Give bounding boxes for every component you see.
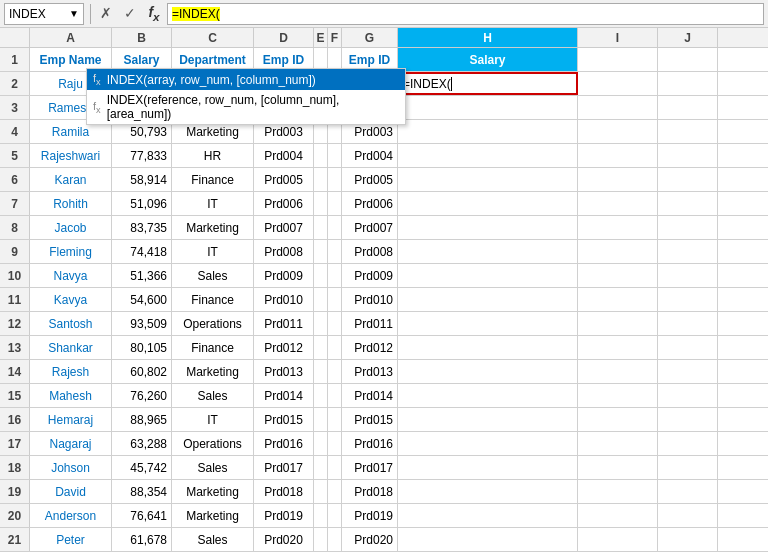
cell-B5[interactable]: 77,833 bbox=[112, 144, 172, 167]
cell-B13[interactable]: 80,105 bbox=[112, 336, 172, 359]
cell-C11[interactable]: Finance bbox=[172, 288, 254, 311]
cancel-icon[interactable]: ✗ bbox=[97, 5, 115, 21]
cell-G7[interactable]: Prd006 bbox=[342, 192, 398, 215]
cell-C6[interactable]: Finance bbox=[172, 168, 254, 191]
cell-B6[interactable]: 58,914 bbox=[112, 168, 172, 191]
cell-C7[interactable]: IT bbox=[172, 192, 254, 215]
cell-D16[interactable]: Prd015 bbox=[254, 408, 314, 431]
name-box-dropdown-icon[interactable]: ▼ bbox=[69, 8, 79, 19]
cell-A21[interactable]: Peter bbox=[30, 528, 112, 551]
cell-B17[interactable]: 63,288 bbox=[112, 432, 172, 455]
cell-B21[interactable]: 61,678 bbox=[112, 528, 172, 551]
cell-G15[interactable]: Prd014 bbox=[342, 384, 398, 407]
cell-C9[interactable]: IT bbox=[172, 240, 254, 263]
col-header-B[interactable]: B bbox=[112, 28, 172, 47]
cell-C21[interactable]: Sales bbox=[172, 528, 254, 551]
cell-D10[interactable]: Prd009 bbox=[254, 264, 314, 287]
cell-G5[interactable]: Prd004 bbox=[342, 144, 398, 167]
cell-G19[interactable]: Prd018 bbox=[342, 480, 398, 503]
formula-input[interactable]: =INDEX( bbox=[167, 3, 764, 25]
autocomplete-item-2[interactable]: fx INDEX(reference, row_num, [column_num… bbox=[87, 90, 405, 124]
cell-A16[interactable]: Hemaraj bbox=[30, 408, 112, 431]
cell-C12[interactable]: Operations bbox=[172, 312, 254, 335]
cell-H2[interactable]: =INDEX( bbox=[398, 72, 578, 95]
col-header-H[interactable]: H bbox=[398, 28, 578, 47]
cell-H7[interactable] bbox=[398, 192, 578, 215]
cell-H13[interactable] bbox=[398, 336, 578, 359]
cell-G18[interactable]: Prd017 bbox=[342, 456, 398, 479]
cell-C20[interactable]: Marketing bbox=[172, 504, 254, 527]
cell-A10[interactable]: Navya bbox=[30, 264, 112, 287]
cell-B15[interactable]: 76,260 bbox=[112, 384, 172, 407]
cell-A7[interactable]: Rohith bbox=[30, 192, 112, 215]
cell-A20[interactable]: Anderson bbox=[30, 504, 112, 527]
cell-B11[interactable]: 54,600 bbox=[112, 288, 172, 311]
cell-C18[interactable]: Sales bbox=[172, 456, 254, 479]
cell-B19[interactable]: 88,354 bbox=[112, 480, 172, 503]
col-header-C[interactable]: C bbox=[172, 28, 254, 47]
cell-A18[interactable]: Johson bbox=[30, 456, 112, 479]
cell-H16[interactable] bbox=[398, 408, 578, 431]
cell-B16[interactable]: 88,965 bbox=[112, 408, 172, 431]
col-header-G[interactable]: G bbox=[342, 28, 398, 47]
cell-B8[interactable]: 83,735 bbox=[112, 216, 172, 239]
cell-D17[interactable]: Prd016 bbox=[254, 432, 314, 455]
cell-G16[interactable]: Prd015 bbox=[342, 408, 398, 431]
cell-H17[interactable] bbox=[398, 432, 578, 455]
cell-G12[interactable]: Prd011 bbox=[342, 312, 398, 335]
cell-H12[interactable] bbox=[398, 312, 578, 335]
autocomplete-dropdown[interactable]: fx INDEX(array, row_num, [column_num]) f… bbox=[86, 68, 406, 125]
cell-A17[interactable]: Nagaraj bbox=[30, 432, 112, 455]
cell-B9[interactable]: 74,418 bbox=[112, 240, 172, 263]
cell-D11[interactable]: Prd010 bbox=[254, 288, 314, 311]
cell-G11[interactable]: Prd010 bbox=[342, 288, 398, 311]
cell-G13[interactable]: Prd012 bbox=[342, 336, 398, 359]
col-header-A[interactable]: A bbox=[30, 28, 112, 47]
cell-H11[interactable] bbox=[398, 288, 578, 311]
col-header-F[interactable]: F bbox=[328, 28, 342, 47]
cell-D13[interactable]: Prd012 bbox=[254, 336, 314, 359]
cell-A12[interactable]: Santosh bbox=[30, 312, 112, 335]
cell-H18[interactable] bbox=[398, 456, 578, 479]
cell-C5[interactable]: HR bbox=[172, 144, 254, 167]
cell-H1[interactable]: Salary bbox=[398, 48, 578, 71]
cell-C10[interactable]: Sales bbox=[172, 264, 254, 287]
cell-H20[interactable] bbox=[398, 504, 578, 527]
col-header-I[interactable]: I bbox=[578, 28, 658, 47]
cell-G21[interactable]: Prd020 bbox=[342, 528, 398, 551]
cell-G6[interactable]: Prd005 bbox=[342, 168, 398, 191]
cell-H8[interactable] bbox=[398, 216, 578, 239]
autocomplete-item-1[interactable]: fx INDEX(array, row_num, [column_num]) bbox=[87, 69, 405, 90]
cell-C14[interactable]: Marketing bbox=[172, 360, 254, 383]
cell-D18[interactable]: Prd017 bbox=[254, 456, 314, 479]
col-header-D[interactable]: D bbox=[254, 28, 314, 47]
cell-C19[interactable]: Marketing bbox=[172, 480, 254, 503]
cell-B14[interactable]: 60,802 bbox=[112, 360, 172, 383]
cell-A13[interactable]: Shankar bbox=[30, 336, 112, 359]
cell-H14[interactable] bbox=[398, 360, 578, 383]
cell-D12[interactable]: Prd011 bbox=[254, 312, 314, 335]
cell-H5[interactable] bbox=[398, 144, 578, 167]
cell-A19[interactable]: David bbox=[30, 480, 112, 503]
col-header-E[interactable]: E bbox=[314, 28, 328, 47]
cell-H21[interactable] bbox=[398, 528, 578, 551]
cell-A14[interactable]: Rajesh bbox=[30, 360, 112, 383]
cell-H10[interactable] bbox=[398, 264, 578, 287]
cell-C16[interactable]: IT bbox=[172, 408, 254, 431]
cell-A5[interactable]: Rajeshwari bbox=[30, 144, 112, 167]
cell-C13[interactable]: Finance bbox=[172, 336, 254, 359]
cell-G10[interactable]: Prd009 bbox=[342, 264, 398, 287]
cell-G14[interactable]: Prd013 bbox=[342, 360, 398, 383]
cell-H15[interactable] bbox=[398, 384, 578, 407]
cell-B12[interactable]: 93,509 bbox=[112, 312, 172, 335]
function-icon[interactable]: fx bbox=[145, 4, 163, 23]
name-box[interactable]: INDEX ▼ bbox=[4, 3, 84, 25]
cell-G20[interactable]: Prd019 bbox=[342, 504, 398, 527]
cell-D8[interactable]: Prd007 bbox=[254, 216, 314, 239]
cell-D9[interactable]: Prd008 bbox=[254, 240, 314, 263]
cell-D21[interactable]: Prd020 bbox=[254, 528, 314, 551]
cell-H3[interactable] bbox=[398, 96, 578, 119]
cell-B20[interactable]: 76,641 bbox=[112, 504, 172, 527]
cell-C17[interactable]: Operations bbox=[172, 432, 254, 455]
confirm-icon[interactable]: ✓ bbox=[121, 5, 139, 21]
